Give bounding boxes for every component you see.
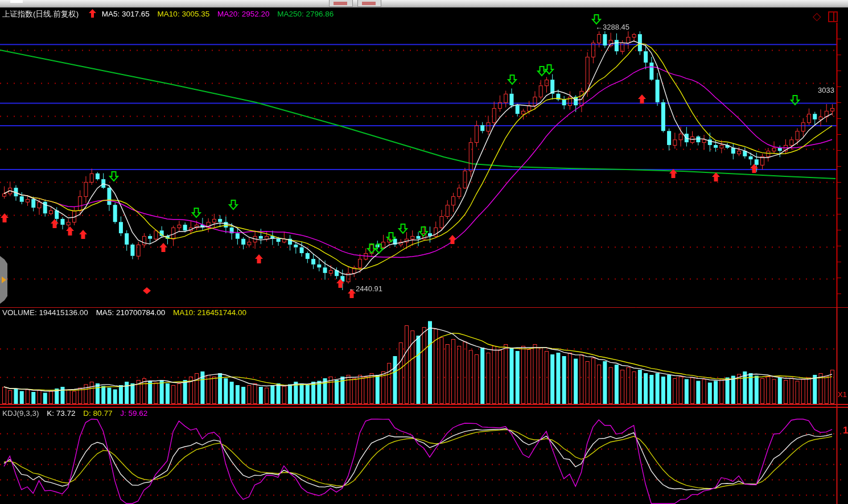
ma250-value: MA250: 2796.86 (277, 10, 334, 18)
k-value: K: 73.72 (47, 409, 75, 418)
volume-value: VOLUME: 194415136.00 (2, 308, 88, 317)
volume-ma10-value: MA10: 216451744.00 (173, 308, 246, 317)
kdj-title: KDJ(9,3,3) (2, 409, 39, 418)
trough-price-annotation: ←2440.91 (348, 284, 382, 293)
diamond-icon[interactable]: ◇ (813, 11, 821, 22)
main-pane-header: 上证指数(日线.前复权) MA5: 3017.65 MA10: 3005.35 … (2, 9, 339, 19)
ma10-value: MA10: 3005.35 (158, 10, 210, 18)
menu-button[interactable] (329, 0, 353, 7)
pane-controls: ◇ (813, 11, 838, 23)
kdj-chart-canvas[interactable] (0, 408, 848, 504)
ma20-value: MA20: 2952.20 (217, 10, 270, 18)
expand-arrow-icon (2, 276, 6, 283)
last-price-label: 3033 (818, 86, 837, 94)
kdj-pane-header: KDJ(9,3,3) K: 73.72 D: 80.77 J: 59.62 (2, 409, 153, 418)
main-chart-canvas[interactable] (0, 7, 848, 307)
volume-chart-canvas[interactable] (0, 307, 848, 408)
menu-bar[interactable] (0, 0, 848, 8)
symbol-title: 上证指数(日线.前复权) (2, 10, 79, 18)
volume-scale-toggle[interactable]: X1 (838, 390, 847, 399)
menu-bar-chip (10, 0, 23, 3)
ma5-value: MA5: 3017.65 (102, 10, 150, 18)
up-arrow-icon (89, 9, 96, 18)
volume-pane-header: VOLUME: 194415136.00 MA5: 210700784.00 M… (2, 308, 252, 317)
peak-price-annotation: ←3288.45 (595, 23, 629, 31)
j-value: J: 59.62 (120, 409, 147, 418)
menu-button[interactable] (357, 0, 381, 7)
kdj-scale-label: 1 (843, 425, 848, 436)
d-value: D: 80.77 (83, 409, 112, 418)
split-window-icon[interactable] (828, 11, 838, 22)
volume-ma5-value: MA5: 210700784.00 (96, 308, 166, 317)
sidebar-handle[interactable] (0, 256, 7, 304)
